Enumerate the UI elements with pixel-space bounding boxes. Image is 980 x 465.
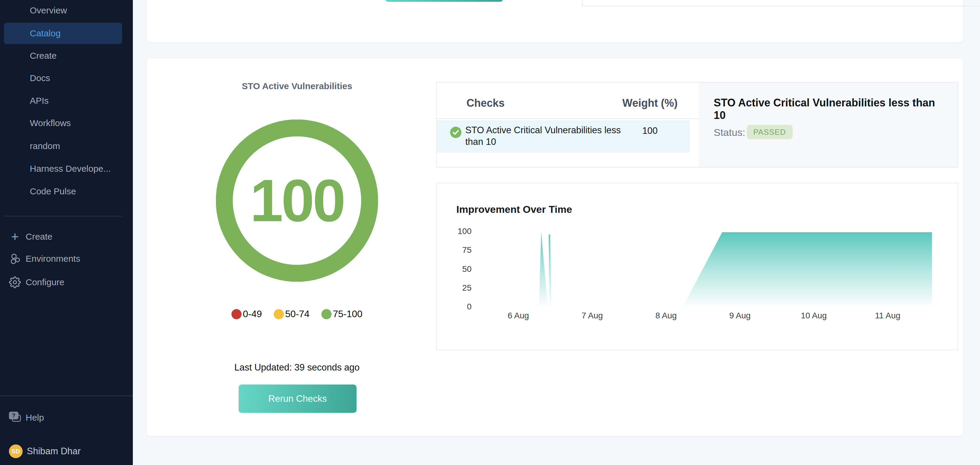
legend-dot-green [321, 309, 331, 319]
y-tick-50: 50 [437, 264, 471, 274]
scorecard-card-previous: Rerun Checks [146, 0, 963, 42]
status-label: Status: [714, 127, 745, 138]
table-header-divider [437, 118, 699, 119]
help-label: Help [25, 412, 44, 423]
sidebar-item-label: Workflows [30, 118, 71, 128]
sidebar-action-environments[interactable]: Environments [0, 248, 133, 270]
y-tick-25: 25 [437, 283, 471, 293]
sidebar-user[interactable]: SD Shibam Dhar [0, 441, 133, 462]
check-detail-panel: STO Active Critical Vulnerabilities less… [699, 83, 958, 167]
sidebar-item-catalog[interactable]: Catalog [4, 22, 122, 44]
x-tick-6aug: 6 Aug [495, 311, 542, 320]
check-passed-icon [450, 127, 461, 138]
sidebar-item-docs[interactable]: Docs [0, 67, 133, 89]
rerun-checks-button-partial[interactable]: Rerun Checks [385, 0, 503, 2]
x-tick-10aug: 10 Aug [790, 311, 838, 320]
sidebar-item-workflows[interactable]: Workflows [0, 112, 133, 134]
x-tick-7aug: 7 Aug [568, 311, 616, 320]
previous-chart-panel-bottom [582, 0, 980, 6]
scorecard-title: STO Active Vulnerabilities [146, 81, 447, 91]
help-chat-icon: ? [9, 412, 22, 424]
rerun-checks-button[interactable]: Rerun Checks [239, 385, 356, 413]
check-detail-heading: STO Active Critical Vulnerabilities less… [714, 97, 949, 121]
legend-dot-red [231, 309, 242, 319]
check-name: STO Active Critical Vulnerabilities less… [465, 124, 641, 147]
sidebar-item-random[interactable]: random [0, 135, 133, 157]
sidebar-help[interactable]: ? Help [0, 406, 133, 429]
sidebar-bottom-divider [0, 396, 133, 396]
x-tick-8aug: 8 Aug [642, 311, 690, 320]
legend-item-low: 0-49 [231, 308, 262, 320]
sidebar-item-code-pulse[interactable]: Code Pulse [0, 180, 133, 203]
action-label: Environments [25, 254, 80, 264]
area-series-score-spike [539, 232, 548, 307]
sidebar-item-label: APIs [30, 96, 49, 106]
legend-item-mid: 50-74 [274, 308, 310, 320]
sidebar-item-label: Docs [30, 73, 50, 83]
sidebar-item-harness-developer[interactable]: Harness Develope... [0, 157, 133, 180]
area-series-score-plateau [683, 232, 932, 307]
user-name: Shibam Dhar [27, 446, 81, 457]
sidebar-item-overview[interactable]: Overview [0, 0, 133, 22]
sidebar-item-label: Code Pulse [30, 186, 76, 197]
score-gauge: 100 [216, 120, 378, 282]
sidebar-item-label: Overview [30, 5, 67, 16]
score-legend: 0-49 50-74 75-100 [146, 308, 447, 320]
y-tick-100: 100 [437, 227, 471, 236]
area-chart [477, 230, 936, 307]
sidebar-item-label: Create [30, 51, 57, 61]
sidebar-divider [4, 216, 122, 216]
chart-title: Improvement Over Time [457, 204, 572, 215]
sidebar-item-label: random [30, 141, 60, 151]
sidebar-item-label: Catalog [30, 28, 60, 38]
gear-icon [9, 276, 21, 288]
sidebar-item-apis[interactable]: APIs [0, 89, 133, 112]
weight-column-header: Weight (%) [620, 97, 680, 109]
sidebar-action-create[interactable]: + Create [0, 225, 133, 248]
y-tick-75: 75 [437, 245, 471, 255]
x-tick-11aug: 11 Aug [864, 311, 912, 320]
hexagons-icon [9, 253, 21, 265]
y-tick-0: 0 [437, 302, 471, 312]
action-label: Configure [25, 277, 64, 288]
action-label: Create [25, 232, 52, 242]
plus-icon: + [9, 231, 21, 243]
avatar: SD [9, 444, 23, 458]
sidebar: Overview Catalog Create Docs APIs Workfl… [0, 0, 133, 465]
legend-dot-yellow [274, 309, 284, 319]
checks-column-header: Checks [466, 97, 504, 109]
improvement-chart-panel: Improvement Over Time 100 75 50 25 0 6 A… [436, 183, 958, 350]
sidebar-item-create[interactable]: Create [0, 45, 133, 67]
last-updated-text: Last Updated: 39 seconds ago [146, 362, 447, 373]
sidebar-item-label: Harness Develope... [30, 164, 111, 174]
score-value: 100 [216, 120, 378, 282]
legend-item-high: 75-100 [321, 308, 363, 320]
checks-table: Checks Weight (%) STO Active Critical Vu… [437, 83, 699, 167]
check-row[interactable]: STO Active Critical Vulnerabilities less… [437, 120, 690, 153]
sidebar-action-configure[interactable]: Configure [0, 271, 133, 294]
status-badge: PASSED [747, 125, 793, 139]
check-weight-value: 100 [620, 126, 680, 136]
area-series-score-spike-sliver [549, 235, 551, 307]
x-tick-9aug: 9 Aug [716, 311, 764, 320]
checks-container: Checks Weight (%) STO Active Critical Vu… [436, 82, 958, 168]
